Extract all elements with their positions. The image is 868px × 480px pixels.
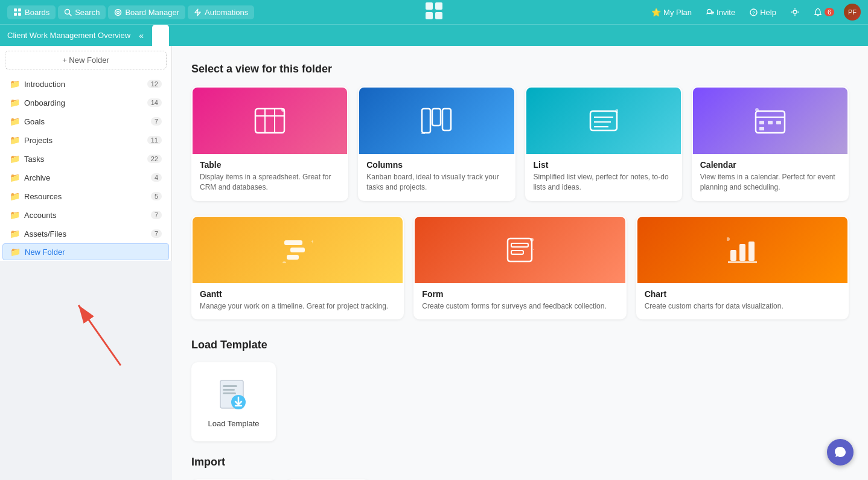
- svg-rect-64: [223, 392, 236, 394]
- board-manager-button[interactable]: Board Manager: [108, 5, 185, 19]
- chat-button[interactable]: [827, 439, 854, 466]
- svg-rect-53: [511, 251, 523, 254]
- svg-point-7: [117, 11, 120, 13]
- template-icon: [214, 376, 253, 414]
- sidebar-wrapper: + New Folder 📁 Introduction 12 📁 Onboard…: [0, 46, 172, 480]
- view-desc-form: Create custom forms for surveys and feed…: [422, 301, 617, 312]
- sidebar-item-projects[interactable]: 📁 Projects 11: [2, 131, 169, 149]
- app-logo: [424, 1, 444, 23]
- folder-icon: 📁: [10, 247, 21, 257]
- sidebar-item-count: 7: [151, 211, 162, 219]
- svg-rect-11: [435, 12, 442, 19]
- view-name-calendar: Calendar: [700, 160, 840, 170]
- breadcrumb-title: Client Work Management Overview: [7, 31, 130, 40]
- breadcrumb-bar: Client Work Management Overview «: [0, 24, 868, 46]
- sidebar-item-label: Onboarding: [24, 98, 147, 107]
- svg-rect-44: [759, 127, 764, 130]
- sidebar-item-count: 11: [147, 136, 162, 144]
- svg-text:?: ?: [752, 11, 755, 15]
- svg-rect-57: [739, 244, 745, 261]
- view-card-table[interactable]: + Table Display items in a spreadsheet. …: [191, 86, 348, 201]
- svg-rect-56: [730, 250, 736, 261]
- svg-rect-8: [426, 2, 433, 10]
- sidebar-item-count: 5: [151, 192, 162, 200]
- new-folder-input[interactable]: [25, 248, 161, 257]
- svg-rect-30: [422, 109, 430, 133]
- view-card-form[interactable]: + Form Create custom forms for surveys a…: [413, 216, 626, 320]
- sidebar-item-label: Archive: [24, 173, 151, 182]
- svg-rect-63: [223, 389, 235, 391]
- new-folder-button[interactable]: + New Folder: [5, 51, 167, 69]
- svg-rect-9: [435, 2, 442, 10]
- load-template-card[interactable]: Load Template: [191, 362, 276, 441]
- view-grid-row2: + Gantt Manage your work on a timeline. …: [191, 216, 849, 320]
- load-template-section: Load Template L: [191, 339, 849, 441]
- view-name-form: Form: [422, 289, 617, 299]
- view-card-columns[interactable]: Columns Kanban board, ideal to visually …: [358, 86, 515, 201]
- collapse-sidebar-button[interactable]: «: [135, 30, 147, 42]
- theme-toggle-button[interactable]: [786, 5, 804, 19]
- folder-icon: 📁: [10, 98, 20, 107]
- svg-rect-2: [14, 13, 17, 16]
- sidebar-item-count: 4: [151, 173, 162, 182]
- svg-rect-41: [759, 121, 764, 124]
- view-grid-row1: + Table Display items in a spreadsheet. …: [191, 86, 849, 201]
- svg-rect-42: [768, 121, 773, 124]
- search-button[interactable]: Search: [58, 5, 106, 19]
- svg-rect-24: [255, 109, 284, 133]
- select-view-title: Select a view for this folder: [191, 63, 849, 75]
- sidebar-item-assets-files[interactable]: 📁 Assets/Files 7: [2, 225, 169, 243]
- svg-rect-62: [223, 385, 237, 387]
- sidebar-item-tasks[interactable]: 📁 Tasks 22: [2, 150, 169, 168]
- user-avatar[interactable]: PF: [844, 4, 861, 21]
- load-template-label: Load Template: [208, 419, 259, 428]
- automations-button[interactable]: Automations: [188, 5, 254, 19]
- svg-rect-46: [284, 240, 302, 245]
- sidebar: + New Folder 📁 Introduction 12 📁 Onboard…: [0, 46, 172, 261]
- svg-point-45: [755, 108, 759, 112]
- notifications-button[interactable]: 6: [809, 5, 839, 19]
- load-template-title: Load Template: [191, 339, 849, 351]
- view-name-table: Table: [200, 160, 340, 170]
- sidebar-item-label: Assets/Files: [24, 229, 151, 238]
- sidebar-item-label: Tasks: [24, 155, 147, 164]
- import-title: Import: [191, 456, 849, 469]
- svg-rect-3: [18, 13, 21, 16]
- svg-point-49: [282, 261, 286, 263]
- view-card-list[interactable]: List Simplified list view, perfect for n…: [525, 86, 682, 201]
- my-plan-button[interactable]: ⭐ My Plan: [646, 5, 697, 19]
- invite-button[interactable]: Invite: [701, 5, 740, 19]
- help-button[interactable]: ? Help: [745, 5, 781, 19]
- sidebar-item-label: Resources: [24, 192, 151, 201]
- svg-point-38: [615, 109, 618, 113]
- top-navigation: Boards Search Board Manager Automations: [0, 0, 868, 24]
- svg-rect-10: [426, 12, 433, 19]
- folder-icon: 📁: [10, 79, 20, 89]
- active-tab[interactable]: [152, 25, 169, 46]
- svg-rect-0: [14, 8, 17, 11]
- sidebar-item-count: 14: [147, 98, 162, 107]
- svg-rect-1: [18, 8, 21, 11]
- topnav-right-section: ⭐ My Plan Invite ? Help: [646, 4, 861, 21]
- svg-line-5: [69, 13, 72, 16]
- sidebar-item-accounts[interactable]: 📁 Accounts 7: [2, 206, 169, 224]
- sidebar-item-goals[interactable]: 📁 Goals 7: [2, 112, 169, 130]
- view-name-chart: Chart: [645, 289, 840, 299]
- folder-icon: 📁: [10, 210, 20, 220]
- svg-rect-31: [432, 109, 441, 126]
- sidebar-item-onboarding[interactable]: 📁 Onboarding 14: [2, 94, 169, 112]
- view-name-gantt: Gantt: [200, 289, 395, 299]
- sidebar-item-new-folder-edit[interactable]: 📁: [2, 243, 169, 260]
- import-section: Import T: [191, 456, 849, 480]
- sidebar-item-resources[interactable]: 📁 Resources 5: [2, 187, 169, 205]
- svg-rect-32: [442, 109, 451, 130]
- sidebar-item-introduction[interactable]: 📁 Introduction 12: [2, 75, 169, 93]
- notifications-badge: 6: [825, 8, 834, 16]
- view-card-gantt[interactable]: + Gantt Manage your work on a timeline. …: [191, 216, 404, 320]
- boards-button[interactable]: Boards: [7, 5, 56, 19]
- view-card-chart[interactable]: Chart Create custom charts for data visu…: [636, 216, 849, 320]
- view-desc-calendar: View items in a calendar. Perfect for ev…: [700, 172, 840, 193]
- view-card-calendar[interactable]: Calendar View items in a calendar. Perfe…: [692, 86, 849, 201]
- svg-line-23: [78, 305, 121, 365]
- sidebar-item-archive[interactable]: 📁 Archive 4: [2, 168, 169, 187]
